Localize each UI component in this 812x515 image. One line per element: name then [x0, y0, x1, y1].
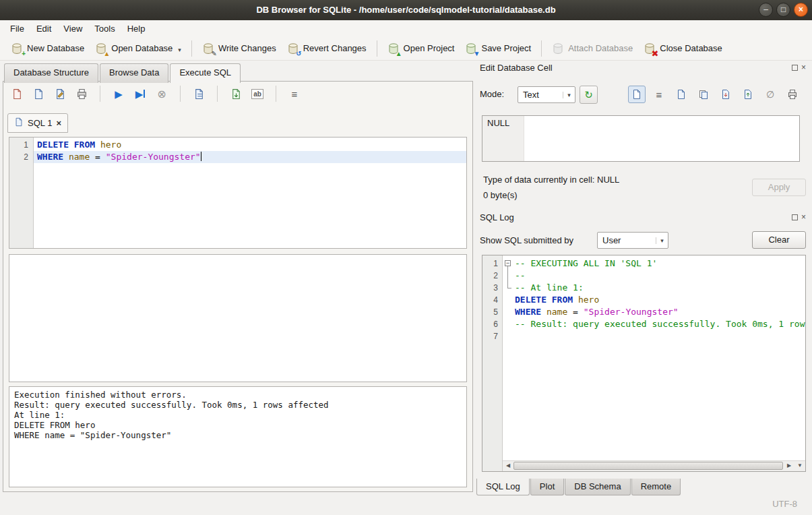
- open-database-button[interactable]: ▲ Open Database ▾: [90, 39, 187, 58]
- new-database-button[interactable]: + New Database: [5, 39, 90, 58]
- database-icon: +: [11, 42, 23, 55]
- edit-cell-dock-controls: ×: [792, 64, 806, 71]
- chevron-down-icon: ▾: [656, 237, 668, 244]
- scrollbar-thumb[interactable]: [513, 462, 783, 470]
- toolbar-separator: [541, 40, 542, 57]
- log-line: DELETE FROM hero: [503, 294, 805, 306]
- auto-apply-button[interactable]: ↻: [580, 86, 598, 104]
- open-badge-icon: ▲: [103, 51, 110, 57]
- word-wrap-icon[interactable]: ≡: [286, 86, 303, 102]
- database-icon: ▲: [95, 42, 107, 55]
- close-badge-icon: ✖: [651, 51, 658, 57]
- log-line: WHERE name = "Spider-Youngster": [503, 306, 805, 318]
- import-text-icon[interactable]: [673, 86, 690, 103]
- import-file-icon[interactable]: [739, 86, 757, 103]
- close-window-button[interactable]: ×: [794, 3, 808, 17]
- database-icon: ✎: [202, 42, 214, 55]
- close-dock-icon[interactable]: ×: [801, 64, 806, 71]
- save-sql-as-icon[interactable]: [52, 86, 68, 102]
- maximize-button[interactable]: □: [776, 3, 790, 17]
- scrollbar-track[interactable]: [513, 461, 784, 471]
- cell-value-editor[interactable]: NULL: [482, 115, 800, 162]
- scroll-down-icon[interactable]: ▼: [794, 461, 805, 471]
- fold-guide-line: [507, 288, 511, 289]
- stop-execution-icon: ⊗: [154, 86, 170, 102]
- clear-log-button[interactable]: Clear: [752, 231, 806, 249]
- sql-log-dock-controls: ×: [792, 214, 806, 220]
- log-line: --: [503, 270, 805, 282]
- open-database-dropdown-icon[interactable]: ▾: [178, 47, 181, 55]
- message-line: Result: query executed successfully. Too…: [14, 400, 462, 410]
- mode-label: Mode:: [480, 89, 504, 99]
- database-icon: ✖: [644, 42, 656, 55]
- set-null-icon[interactable]: ∅: [761, 86, 779, 103]
- apply-button: Apply: [752, 179, 806, 196]
- editor-code-area[interactable]: DELETE FROM hero WHERE name = "Spider-Yo…: [34, 138, 466, 248]
- float-dock-icon[interactable]: [792, 65, 798, 71]
- find-replace-icon[interactable]: ab: [249, 86, 266, 102]
- close-sql-tab-icon[interactable]: ×: [56, 118, 61, 128]
- sql-log-view: 1 2 3 4 5 6 7 − -- EXECUTING ALL IN 'SQL…: [482, 255, 806, 472]
- open-sql-file-icon[interactable]: [9, 86, 25, 102]
- tab-remote[interactable]: Remote: [631, 479, 681, 495]
- sql-editor[interactable]: 1 2 DELETE FROM hero WHERE name = "Spide…: [9, 137, 467, 249]
- menubar: File Edit View Tools Help: [0, 20, 812, 36]
- line-number: 2: [482, 270, 498, 282]
- edit-cell-title: Edit Database Cell: [480, 63, 553, 73]
- menu-tools[interactable]: Tools: [88, 22, 121, 36]
- text-mode-icon[interactable]: [628, 86, 646, 103]
- log-filter-label: Show SQL submitted by: [480, 235, 573, 245]
- log-horizontal-scrollbar[interactable]: ◀ ▶ ▼: [503, 460, 805, 471]
- cell-editor-toolbar: ≡ ∅: [628, 86, 801, 103]
- refresh-icon: ↻: [584, 89, 593, 101]
- execute-all-icon[interactable]: ▶: [111, 86, 127, 102]
- toolbar-separator: [276, 86, 276, 102]
- tab-sql-log[interactable]: SQL Log: [476, 479, 530, 495]
- menu-help[interactable]: Help: [121, 22, 152, 36]
- revert-changes-button[interactable]: ↺ Revert Changes: [282, 39, 372, 58]
- window-title: DB Browser for SQLite - /home/user/code/…: [0, 0, 812, 20]
- print-cell-icon[interactable]: [784, 86, 801, 103]
- database-icon: [552, 42, 564, 55]
- export-cell-icon[interactable]: [717, 86, 735, 103]
- log-filter-select[interactable]: User ▾: [597, 232, 668, 249]
- open-results-icon[interactable]: [191, 86, 207, 102]
- scroll-right-icon[interactable]: ▶: [784, 461, 794, 471]
- copy-cell-icon[interactable]: [695, 86, 712, 103]
- close-dock-icon[interactable]: ×: [801, 214, 806, 220]
- export-results-icon[interactable]: [228, 86, 244, 102]
- print-sql-icon[interactable]: [73, 86, 90, 102]
- bar-icon: [144, 90, 145, 98]
- tab-execute-sql[interactable]: Execute SQL: [170, 63, 241, 83]
- menu-edit[interactable]: Edit: [30, 22, 57, 36]
- code-line-1: DELETE FROM hero: [34, 139, 466, 151]
- execute-current-line-icon[interactable]: ▶: [132, 86, 148, 102]
- menu-file[interactable]: File: [4, 22, 30, 36]
- close-database-button[interactable]: ✖ Close Database: [638, 39, 728, 58]
- scroll-left-icon[interactable]: ◀: [503, 461, 513, 471]
- toolbar-separator: [100, 86, 100, 102]
- tab-database-structure[interactable]: Database Structure: [4, 63, 98, 83]
- save-sql-file-icon[interactable]: [30, 86, 46, 102]
- fold-collapse-icon[interactable]: −: [505, 260, 511, 266]
- text-cursor: [201, 152, 201, 161]
- mode-select[interactable]: Text ▾: [518, 86, 575, 103]
- tab-browse-data[interactable]: Browse Data: [100, 63, 168, 83]
- editor-line-numbers: 1 2: [9, 138, 34, 248]
- dock-tab-bar: SQL Log Plot DB Schema Remote: [476, 479, 681, 495]
- tab-db-schema[interactable]: DB Schema: [565, 479, 630, 495]
- sql-file-icon: [14, 117, 24, 129]
- menu-view[interactable]: View: [57, 22, 88, 36]
- sql-document-tab[interactable]: SQL 1 ×: [7, 113, 68, 133]
- float-dock-icon[interactable]: [792, 214, 798, 220]
- minimize-button[interactable]: –: [759, 3, 773, 17]
- open-badge-icon: ▲: [396, 51, 402, 57]
- tab-plot[interactable]: Plot: [530, 479, 564, 495]
- message-line: DELETE FROM hero: [14, 420, 462, 430]
- cell-edit-area[interactable]: [524, 116, 799, 161]
- save-project-button[interactable]: ▼ Save Project: [460, 39, 536, 58]
- open-project-button[interactable]: ▲ Open Project: [382, 39, 460, 58]
- database-icon: ↺: [287, 42, 299, 55]
- word-wrap-icon[interactable]: ≡: [650, 86, 668, 103]
- write-changes-button[interactable]: ✎ Write Changes: [197, 39, 282, 58]
